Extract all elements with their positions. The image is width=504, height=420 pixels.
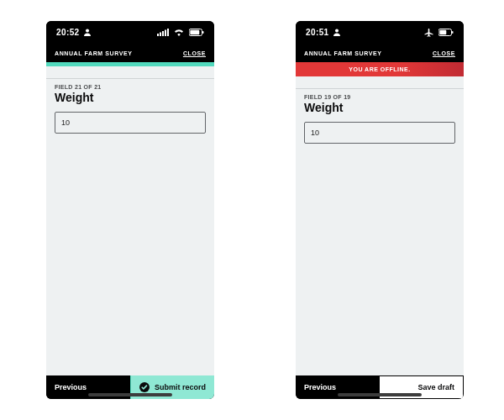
- status-time: 20:52: [56, 28, 80, 37]
- check-circle-icon: [139, 382, 150, 392]
- survey-title: ANNUAL FARM SURVEY: [304, 50, 382, 56]
- svg-rect-12: [439, 30, 446, 34]
- close-button[interactable]: CLOSE: [183, 50, 206, 56]
- phone-offline: 20:51 ANNUAL FARM SURVEY CLOSE YOU ARE O…: [296, 21, 464, 399]
- field-title: Weight: [304, 101, 455, 114]
- app-header: ANNUAL FARM SURVEY CLOSE: [46, 44, 214, 62]
- previous-button[interactable]: Previous: [46, 375, 130, 399]
- divider: [46, 78, 214, 79]
- survey-title: ANNUAL FARM SURVEY: [55, 50, 133, 56]
- svg-rect-1: [157, 34, 159, 36]
- svg-point-0: [86, 29, 89, 33]
- status-time: 20:51: [306, 28, 329, 37]
- weight-input[interactable]: 10: [55, 112, 206, 134]
- person-icon: [333, 29, 340, 36]
- status-right: [424, 28, 454, 37]
- save-draft-button[interactable]: Save draft: [380, 375, 464, 399]
- person-icon: [84, 29, 91, 36]
- close-button[interactable]: CLOSE: [433, 50, 455, 56]
- battery-icon: [438, 29, 454, 36]
- svg-rect-8: [202, 31, 204, 34]
- svg-rect-13: [452, 31, 454, 34]
- field-count: FIELD 19 OF 19: [304, 94, 455, 100]
- battery-icon: [189, 29, 204, 36]
- previous-button[interactable]: Previous: [296, 375, 380, 399]
- divider: [296, 88, 464, 89]
- weight-input-value: 10: [61, 118, 70, 127]
- previous-label: Previous: [55, 383, 87, 391]
- status-right: [157, 29, 204, 36]
- footer: Previous Save draft: [296, 375, 464, 399]
- svg-rect-7: [190, 30, 199, 34]
- weight-input[interactable]: 10: [304, 122, 455, 144]
- previous-label: Previous: [304, 383, 336, 391]
- svg-rect-2: [160, 33, 161, 37]
- field-count: FIELD 21 OF 21: [55, 84, 206, 90]
- phone-online: 20:52 ANNUAL FARM SURVEY CLOSE FIELD 21 …: [46, 21, 214, 399]
- field-title: Weight: [55, 91, 206, 104]
- footer: Previous Submit record: [46, 375, 214, 399]
- app-header: ANNUAL FARM SURVEY CLOSE: [296, 44, 464, 62]
- form-panel: FIELD 21 OF 21 Weight 10: [46, 66, 214, 375]
- svg-point-10: [335, 29, 339, 33]
- status-left: 20:52: [56, 28, 91, 37]
- svg-rect-4: [165, 30, 166, 37]
- cellular-signal-icon: [157, 29, 169, 36]
- status-left: 20:51: [306, 28, 340, 37]
- submit-record-button[interactable]: Submit record: [130, 375, 214, 399]
- airplane-mode-icon: [424, 28, 433, 37]
- offline-banner-text: YOU ARE OFFLINE.: [349, 66, 410, 72]
- status-bar: 20:52: [46, 21, 214, 44]
- weight-input-value: 10: [311, 129, 319, 137]
- wifi-icon: [174, 29, 184, 36]
- submit-label: Submit record: [155, 383, 206, 391]
- status-bar: 20:51: [296, 21, 464, 44]
- offline-banner: YOU ARE OFFLINE.: [296, 62, 464, 76]
- save-draft-label: Save draft: [417, 383, 454, 391]
- form-panel: FIELD 19 OF 19 Weight 10: [296, 76, 464, 375]
- svg-rect-3: [162, 31, 164, 36]
- svg-rect-5: [167, 29, 169, 36]
